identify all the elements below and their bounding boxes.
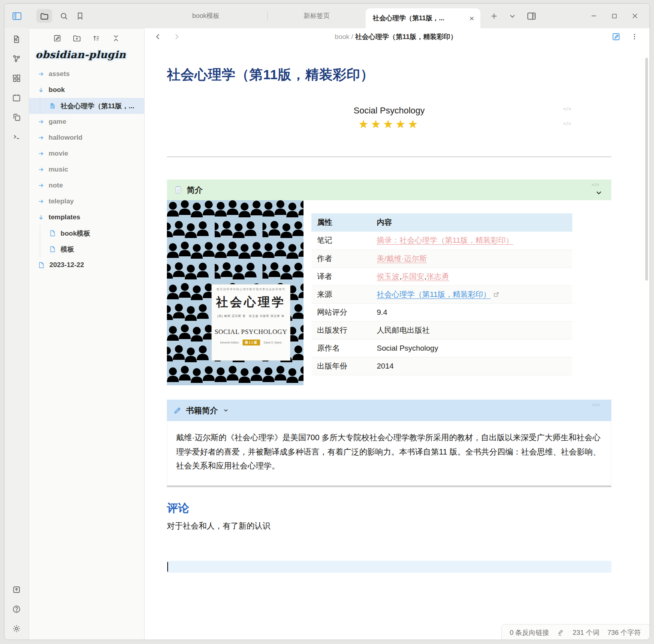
toggle-left-sidebar-icon[interactable] bbox=[12, 11, 22, 21]
tab-book-template[interactable]: book模板 bbox=[145, 4, 267, 28]
copy-pages-icon[interactable] bbox=[12, 113, 21, 122]
more-options-icon[interactable] bbox=[631, 33, 638, 41]
col-attr: 属性 bbox=[311, 213, 371, 232]
table-row: 原作名 Social Psychology bbox=[311, 339, 572, 357]
tab-active-note[interactable]: 社会心理学（第11版，... bbox=[366, 8, 480, 28]
file-icon bbox=[38, 262, 45, 269]
sidebar-item-book-template[interactable]: book模板 bbox=[29, 225, 144, 241]
external-link-icon[interactable] bbox=[493, 291, 499, 298]
sidebar-item-daily-note[interactable]: 2023-12-22 bbox=[29, 257, 144, 273]
forward-icon[interactable] bbox=[172, 33, 180, 41]
cover-title: 社会心理学 bbox=[216, 294, 286, 310]
sidebar-item-assets[interactable]: assets bbox=[29, 66, 144, 82]
note-content: 社会心理学（第11版，精装彩印） Social Psychology ★★★★★… bbox=[167, 66, 611, 573]
titlebar: book模板 新标签页 社会心理学（第11版，... bbox=[4, 4, 650, 28]
intro-callout-title: 简介 bbox=[187, 185, 203, 195]
table-row: 作者 美/戴维·迈尔斯 bbox=[311, 250, 572, 267]
sidebar-item-teleplay[interactable]: teleplay bbox=[29, 193, 144, 209]
close-window-icon[interactable] bbox=[631, 12, 638, 20]
book-cover: #crowd .hd{fill:var(--s)}#crowd .bd{fill… bbox=[167, 200, 304, 385]
edit-mode-icon[interactable] bbox=[611, 32, 621, 41]
edit-block-icon[interactable]: </> bbox=[563, 106, 572, 112]
search-tool-icon[interactable] bbox=[59, 12, 69, 21]
file-icon bbox=[49, 230, 56, 237]
edit-block-icon[interactable]: </> bbox=[563, 121, 572, 127]
translator-link[interactable]: 乐国安 bbox=[401, 272, 424, 281]
quick-switcher-icon[interactable] bbox=[12, 35, 21, 44]
vault-title[interactable]: obsidian-plugin bbox=[29, 47, 144, 63]
table-row: 出版发行 人民邮电出版社 bbox=[311, 321, 572, 339]
sidebar-item-movie[interactable]: movie bbox=[29, 146, 144, 162]
maximize-icon[interactable] bbox=[611, 13, 618, 20]
original-title-value: Social Psychology bbox=[371, 339, 572, 357]
sidebar-item-templates[interactable]: templates bbox=[29, 209, 144, 225]
fold-chevron-icon[interactable] bbox=[223, 408, 229, 413]
collapse-all-icon[interactable] bbox=[112, 34, 120, 43]
summary-callout-header[interactable]: 书籍简介 </> bbox=[167, 400, 611, 421]
note-link[interactable]: 摘录：社会心理学（第11版，精装彩印） bbox=[377, 236, 513, 244]
edit-block-icon[interactable]: </> bbox=[591, 182, 599, 187]
translator-link[interactable]: 侯玉波 bbox=[377, 272, 399, 281]
settings-gear-icon[interactable] bbox=[12, 624, 21, 633]
toggle-right-sidebar-icon[interactable] bbox=[527, 11, 537, 21]
translator-link[interactable]: 张志勇 bbox=[427, 272, 449, 281]
sidebar-item-halloworld[interactable]: halloworld bbox=[29, 130, 144, 146]
minimize-icon[interactable] bbox=[590, 12, 597, 20]
files-tool-button[interactable] bbox=[36, 9, 52, 23]
bookmark-tool-icon[interactable] bbox=[76, 12, 84, 20]
source-link[interactable]: 社会心理学（第11版，精装彩印） bbox=[377, 290, 491, 299]
publish-year-value: 2014 bbox=[371, 357, 572, 375]
sort-order-icon[interactable] bbox=[92, 34, 101, 43]
new-folder-icon[interactable] bbox=[72, 34, 81, 43]
cover-recommendation: 教育部高等学校心理学教学指导委员会推荐用书 bbox=[217, 287, 285, 291]
breadcrumb[interactable]: book / 社会心理学（第11版，精装彩印） bbox=[180, 32, 611, 41]
file-explorer: obsidian-plugin assets book 社会心理学（第11版，.… bbox=[29, 28, 145, 640]
edit-block-icon[interactable]: </> bbox=[592, 402, 600, 407]
arrow-right-icon bbox=[38, 166, 44, 173]
comment-text: 对于社会和人，有了新的认识 bbox=[167, 521, 611, 531]
view-header: book / 社会心理学（第11版，精装彩印） bbox=[145, 28, 650, 45]
arrow-down-icon bbox=[38, 214, 44, 221]
author-link[interactable]: 美/戴维·迈尔斯 bbox=[377, 254, 427, 263]
intro-callout-header[interactable]: 简介 </> bbox=[167, 180, 611, 200]
text-caret bbox=[167, 562, 168, 572]
sidebar-item-template[interactable]: 模板 bbox=[29, 241, 144, 257]
canvas-icon[interactable] bbox=[12, 74, 21, 83]
backlinks-count[interactable]: 0 条反向链接 bbox=[510, 628, 549, 637]
back-icon[interactable] bbox=[154, 33, 162, 41]
word-count[interactable]: 231 个词 bbox=[573, 628, 599, 637]
char-count[interactable]: 736 个字符 bbox=[607, 628, 641, 637]
tab-list-chevron-icon[interactable] bbox=[509, 12, 516, 20]
active-edit-line[interactable] bbox=[167, 561, 611, 573]
edit-indicator-icon[interactable] bbox=[557, 629, 565, 636]
pencil-icon bbox=[173, 406, 182, 415]
sidebar-item-music[interactable]: music bbox=[29, 162, 144, 178]
new-tab-icon[interactable] bbox=[490, 12, 498, 20]
vault-switcher-icon[interactable] bbox=[12, 585, 21, 594]
arrow-right-icon bbox=[38, 135, 44, 141]
status-bar: 0 条反向链接 231 个词 736 个字符 bbox=[501, 624, 650, 640]
divider-thick bbox=[167, 486, 611, 487]
file-icon bbox=[49, 102, 56, 109]
main-pane: book / 社会心理学（第11版，精装彩印） 社会心理学（第11版，精装彩印）… bbox=[145, 28, 650, 640]
terminal-icon[interactable] bbox=[12, 132, 21, 141]
table-row: 出版年份 2014 bbox=[311, 357, 572, 375]
sidebar-item-note[interactable]: note bbox=[29, 178, 144, 193]
sidebar-item-book[interactable]: book bbox=[29, 82, 144, 98]
arrow-right-icon bbox=[38, 198, 44, 205]
summary-text: 戴维·迈尔斯的《社会心理学》是美国700 多所大专院校社会心理学教学所采用的教材… bbox=[167, 421, 611, 486]
cover-byline: [美] 戴维·迈尔斯 著 侯玉波 乐国安 张志勇 译 bbox=[217, 314, 284, 318]
tab-close-icon[interactable] bbox=[469, 16, 475, 21]
sidebar-item-note-file[interactable]: 社会心理学（第11版，... bbox=[29, 98, 144, 114]
graph-view-icon[interactable] bbox=[12, 54, 21, 63]
fold-chevron-icon[interactable] bbox=[595, 189, 603, 197]
rating-value: 9.4 bbox=[371, 303, 572, 321]
new-note-icon[interactable] bbox=[53, 34, 62, 43]
arrow-right-icon bbox=[38, 182, 44, 189]
sidebar-item-game[interactable]: game bbox=[29, 114, 144, 130]
table-header-row: 属性 内容 bbox=[311, 213, 572, 232]
tab-new[interactable]: 新标签页 bbox=[268, 4, 366, 28]
scrollbar-thumb[interactable] bbox=[645, 58, 648, 281]
calendar-icon[interactable] bbox=[12, 93, 21, 102]
help-icon[interactable] bbox=[12, 605, 21, 614]
